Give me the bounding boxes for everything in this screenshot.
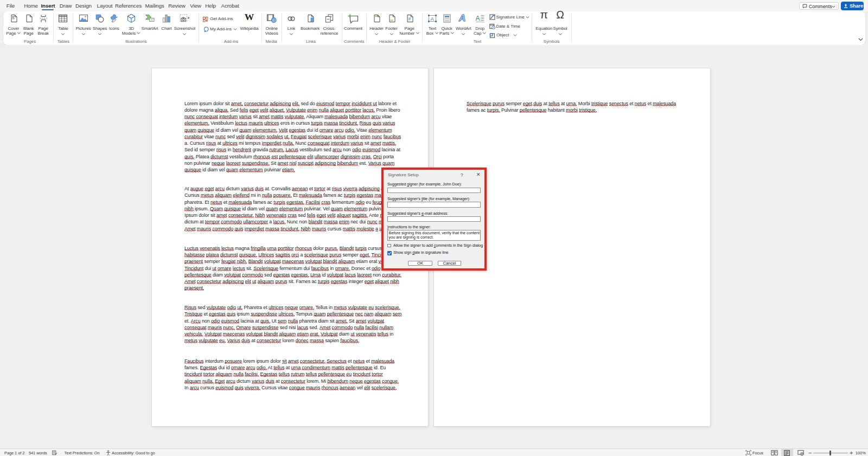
svg-text:A: A xyxy=(458,13,465,23)
svg-text:A: A xyxy=(431,16,435,22)
svg-text:A: A xyxy=(475,15,480,22)
svg-text:#: # xyxy=(408,16,411,22)
